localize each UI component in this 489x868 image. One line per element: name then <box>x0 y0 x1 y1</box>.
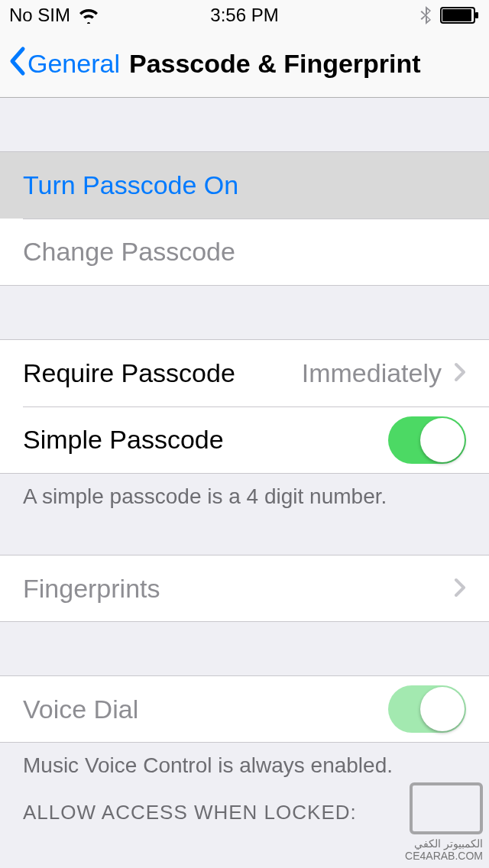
status-right <box>420 5 480 25</box>
navigation-bar: General Passcode & Fingerprint <box>0 31 489 98</box>
simple-passcode-cell: Simple Passcode <box>0 406 489 474</box>
back-button[interactable]: General <box>8 46 120 83</box>
fingerprints-cell[interactable]: Fingerprints <box>0 555 489 622</box>
change-passcode-cell[interactable]: Change Passcode <box>0 219 489 286</box>
content: Turn Passcode On Change Passcode Require… <box>0 98 489 868</box>
chevron-right-icon <box>454 358 466 388</box>
voice-dial-footer: Music Voice Control is always enabled. <box>0 743 489 778</box>
back-label: General <box>28 49 120 79</box>
voice-dial-cell: Voice Dial <box>0 675 489 743</box>
require-passcode-cell[interactable]: Require Passcode Immediately <box>0 339 489 406</box>
carrier-label: No SIM <box>9 5 70 26</box>
clock-label: 3:56 PM <box>210 5 278 26</box>
battery-icon <box>440 7 480 24</box>
simple-passcode-label: Simple Passcode <box>23 425 224 455</box>
simple-passcode-footer: A simple passcode is a 4 digit number. <box>0 474 489 509</box>
fingerprints-label: Fingerprints <box>23 574 160 604</box>
svg-rect-1 <box>442 9 471 21</box>
turn-passcode-on-label: Turn Passcode On <box>23 170 238 200</box>
turn-passcode-on-cell[interactable]: Turn Passcode On <box>0 151 489 219</box>
allow-access-header: ALLOW ACCESS WHEN LOCKED: <box>0 778 489 832</box>
wifi-icon <box>78 7 99 24</box>
change-passcode-label: Change Passcode <box>23 237 235 267</box>
status-left: No SIM <box>9 5 99 26</box>
toggle-knob <box>420 418 465 462</box>
status-bar: No SIM 3:56 PM <box>0 0 489 31</box>
bluetooth-icon <box>420 5 432 25</box>
voice-dial-label: Voice Dial <box>23 695 138 724</box>
toggle-knob <box>420 687 465 731</box>
require-passcode-value: Immediately <box>302 358 442 388</box>
svg-rect-2 <box>475 12 478 18</box>
require-passcode-label: Require Passcode <box>23 358 235 388</box>
chevron-left-icon <box>8 46 26 83</box>
simple-passcode-toggle[interactable] <box>388 416 466 464</box>
page-title: Passcode & Fingerprint <box>129 49 421 79</box>
voice-dial-toggle[interactable] <box>388 685 466 733</box>
chevron-right-icon <box>454 574 466 604</box>
